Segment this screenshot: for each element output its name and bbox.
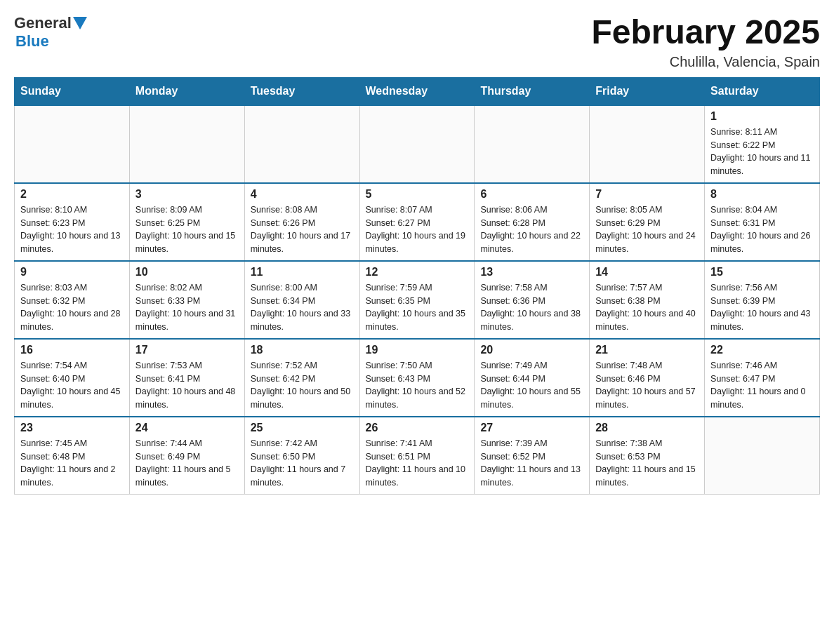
calendar-cell: 7Sunrise: 8:05 AMSunset: 6:29 PMDaylight… <box>590 183 705 261</box>
calendar-cell: 5Sunrise: 8:07 AMSunset: 6:27 PMDaylight… <box>359 183 475 261</box>
calendar-cell: 3Sunrise: 8:09 AMSunset: 6:25 PMDaylight… <box>129 183 244 261</box>
day-info: Sunrise: 7:59 AMSunset: 6:35 PMDaylight:… <box>366 281 469 334</box>
day-info: Sunrise: 7:56 AMSunset: 6:39 PMDaylight:… <box>710 281 814 334</box>
day-info: Sunrise: 7:57 AMSunset: 6:38 PMDaylight:… <box>595 281 699 334</box>
calendar-week-row: 9Sunrise: 8:03 AMSunset: 6:32 PMDaylight… <box>15 261 820 339</box>
calendar-cell: 6Sunrise: 8:06 AMSunset: 6:28 PMDaylight… <box>475 183 590 261</box>
logo-general-text: General <box>14 14 72 32</box>
calendar-cell <box>244 105 359 183</box>
day-info: Sunrise: 8:09 AMSunset: 6:25 PMDaylight:… <box>135 203 239 256</box>
day-info: Sunrise: 7:52 AMSunset: 6:42 PMDaylight:… <box>251 359 354 412</box>
calendar-cell: 25Sunrise: 7:42 AMSunset: 6:50 PMDayligh… <box>244 417 359 495</box>
day-number: 17 <box>135 344 239 356</box>
calendar-cell: 19Sunrise: 7:50 AMSunset: 6:43 PMDayligh… <box>359 339 475 417</box>
page-title: February 2025 <box>591 14 820 51</box>
day-info: Sunrise: 7:54 AMSunset: 6:40 PMDaylight:… <box>20 359 124 412</box>
calendar-week-row: 23Sunrise: 7:45 AMSunset: 6:48 PMDayligh… <box>15 417 820 495</box>
logo: General Blue <box>14 14 88 51</box>
day-info: Sunrise: 7:58 AMSunset: 6:36 PMDaylight:… <box>480 281 583 334</box>
day-number: 13 <box>480 266 583 279</box>
calendar-cell <box>475 105 590 183</box>
day-number: 12 <box>366 266 469 279</box>
calendar-cell: 14Sunrise: 7:57 AMSunset: 6:38 PMDayligh… <box>590 261 705 339</box>
calendar-cell: 11Sunrise: 8:00 AMSunset: 6:34 PMDayligh… <box>244 261 359 339</box>
day-number: 1 <box>710 110 814 123</box>
calendar-cell <box>15 105 130 183</box>
day-number: 16 <box>20 344 124 356</box>
calendar-week-row: 1Sunrise: 8:11 AMSunset: 6:22 PMDaylight… <box>15 105 820 183</box>
day-number: 3 <box>135 188 239 201</box>
day-info: Sunrise: 8:05 AMSunset: 6:29 PMDaylight:… <box>595 203 699 256</box>
calendar-cell: 12Sunrise: 7:59 AMSunset: 6:35 PMDayligh… <box>359 261 475 339</box>
calendar-header-wednesday: Wednesday <box>359 77 475 105</box>
calendar-week-row: 2Sunrise: 8:10 AMSunset: 6:23 PMDaylight… <box>15 183 820 261</box>
day-number: 20 <box>480 344 583 356</box>
day-number: 22 <box>710 344 814 356</box>
calendar-cell: 27Sunrise: 7:39 AMSunset: 6:52 PMDayligh… <box>475 417 590 495</box>
day-info: Sunrise: 7:53 AMSunset: 6:41 PMDaylight:… <box>135 359 239 412</box>
day-info: Sunrise: 7:38 AMSunset: 6:53 PMDaylight:… <box>595 437 699 490</box>
title-area: February 2025 Chulilla, Valencia, Spain <box>591 14 820 70</box>
calendar-header-thursday: Thursday <box>475 77 590 105</box>
calendar-cell: 18Sunrise: 7:52 AMSunset: 6:42 PMDayligh… <box>244 339 359 417</box>
day-info: Sunrise: 8:10 AMSunset: 6:23 PMDaylight:… <box>20 203 124 256</box>
day-number: 15 <box>710 266 814 279</box>
day-info: Sunrise: 7:46 AMSunset: 6:47 PMDaylight:… <box>710 359 814 412</box>
calendar-cell: 2Sunrise: 8:10 AMSunset: 6:23 PMDaylight… <box>15 183 130 261</box>
calendar-cell: 24Sunrise: 7:44 AMSunset: 6:49 PMDayligh… <box>129 417 244 495</box>
calendar-header-tuesday: Tuesday <box>244 77 359 105</box>
day-info: Sunrise: 8:02 AMSunset: 6:33 PMDaylight:… <box>135 281 239 334</box>
calendar-cell: 23Sunrise: 7:45 AMSunset: 6:48 PMDayligh… <box>15 417 130 495</box>
calendar-cell: 17Sunrise: 7:53 AMSunset: 6:41 PMDayligh… <box>129 339 244 417</box>
day-number: 2 <box>20 188 124 201</box>
day-info: Sunrise: 8:00 AMSunset: 6:34 PMDaylight:… <box>251 281 354 334</box>
day-info: Sunrise: 7:48 AMSunset: 6:46 PMDaylight:… <box>595 359 699 412</box>
day-number: 21 <box>595 344 699 356</box>
calendar-cell: 28Sunrise: 7:38 AMSunset: 6:53 PMDayligh… <box>590 417 705 495</box>
day-number: 11 <box>251 266 354 279</box>
day-number: 26 <box>366 422 469 434</box>
calendar-cell: 20Sunrise: 7:49 AMSunset: 6:44 PMDayligh… <box>475 339 590 417</box>
day-number: 7 <box>595 188 699 201</box>
calendar-header-sunday: Sunday <box>15 77 130 105</box>
day-info: Sunrise: 7:44 AMSunset: 6:49 PMDaylight:… <box>135 437 239 490</box>
calendar-header-saturday: Saturday <box>705 77 820 105</box>
day-info: Sunrise: 7:50 AMSunset: 6:43 PMDaylight:… <box>366 359 469 412</box>
day-number: 24 <box>135 422 239 434</box>
calendar-cell: 1Sunrise: 8:11 AMSunset: 6:22 PMDaylight… <box>705 105 820 183</box>
calendar-header-monday: Monday <box>129 77 244 105</box>
day-number: 27 <box>480 422 583 434</box>
calendar-cell <box>359 105 475 183</box>
calendar-cell: 4Sunrise: 8:08 AMSunset: 6:26 PMDaylight… <box>244 183 359 261</box>
day-number: 9 <box>20 266 124 279</box>
day-info: Sunrise: 8:07 AMSunset: 6:27 PMDaylight:… <box>366 203 469 256</box>
day-number: 10 <box>135 266 239 279</box>
day-info: Sunrise: 8:03 AMSunset: 6:32 PMDaylight:… <box>20 281 124 334</box>
day-number: 25 <box>251 422 354 434</box>
day-info: Sunrise: 7:45 AMSunset: 6:48 PMDaylight:… <box>20 437 124 490</box>
calendar-table: SundayMondayTuesdayWednesdayThursdayFrid… <box>14 77 820 495</box>
calendar-cell <box>590 105 705 183</box>
calendar-cell: 26Sunrise: 7:41 AMSunset: 6:51 PMDayligh… <box>359 417 475 495</box>
calendar-cell: 8Sunrise: 8:04 AMSunset: 6:31 PMDaylight… <box>705 183 820 261</box>
logo-arrow-icon <box>73 17 87 29</box>
calendar-cell: 13Sunrise: 7:58 AMSunset: 6:36 PMDayligh… <box>475 261 590 339</box>
day-info: Sunrise: 8:11 AMSunset: 6:22 PMDaylight:… <box>710 126 814 178</box>
day-info: Sunrise: 7:41 AMSunset: 6:51 PMDaylight:… <box>366 437 469 490</box>
day-number: 8 <box>710 188 814 201</box>
day-number: 14 <box>595 266 699 279</box>
calendar-cell: 22Sunrise: 7:46 AMSunset: 6:47 PMDayligh… <box>705 339 820 417</box>
calendar-cell: 9Sunrise: 8:03 AMSunset: 6:32 PMDaylight… <box>15 261 130 339</box>
page-header: General Blue February 2025 Chulilla, Val… <box>14 14 820 70</box>
day-number: 19 <box>366 344 469 356</box>
calendar-cell: 21Sunrise: 7:48 AMSunset: 6:46 PMDayligh… <box>590 339 705 417</box>
calendar-cell: 16Sunrise: 7:54 AMSunset: 6:40 PMDayligh… <box>15 339 130 417</box>
day-info: Sunrise: 7:42 AMSunset: 6:50 PMDaylight:… <box>251 437 354 490</box>
day-number: 5 <box>366 188 469 201</box>
day-number: 6 <box>480 188 583 201</box>
day-info: Sunrise: 8:04 AMSunset: 6:31 PMDaylight:… <box>710 203 814 256</box>
calendar-week-row: 16Sunrise: 7:54 AMSunset: 6:40 PMDayligh… <box>15 339 820 417</box>
calendar-cell: 10Sunrise: 8:02 AMSunset: 6:33 PMDayligh… <box>129 261 244 339</box>
subtitle: Chulilla, Valencia, Spain <box>591 54 820 70</box>
day-info: Sunrise: 7:39 AMSunset: 6:52 PMDaylight:… <box>480 437 583 490</box>
